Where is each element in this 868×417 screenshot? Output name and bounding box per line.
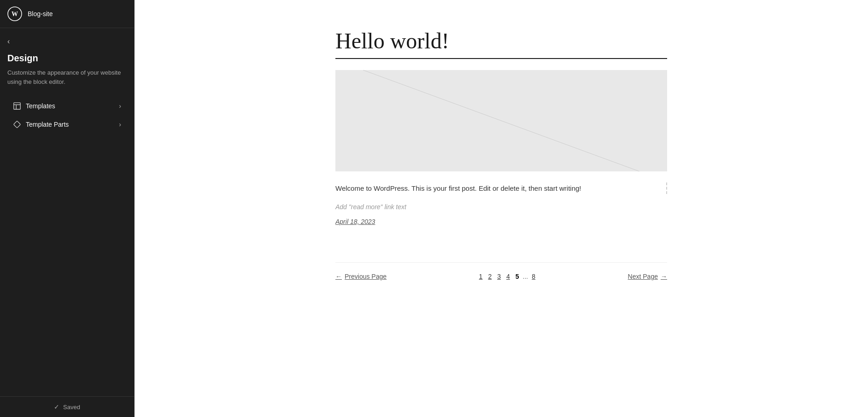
next-page-label: Next Page xyxy=(628,273,658,280)
svg-text:W: W xyxy=(12,11,18,18)
page-num-1[interactable]: 1 xyxy=(477,272,485,281)
page-ellipsis: ... xyxy=(523,273,528,280)
template-parts-chevron-icon: › xyxy=(119,121,121,128)
prev-arrow-icon: ← xyxy=(335,273,342,280)
main-content: Hello world! Welcome to WordPress. This … xyxy=(135,0,868,417)
back-arrow-icon: ‹ xyxy=(7,37,10,46)
sidebar: W Blog-site ‹ Design Customize the appea… xyxy=(0,0,135,417)
site-name: Blog-site xyxy=(28,10,53,18)
featured-image-placeholder xyxy=(335,70,667,171)
next-page-button[interactable]: Next Page → xyxy=(628,273,667,280)
back-button[interactable]: ‹ xyxy=(7,37,127,46)
prev-page-label: Previous Page xyxy=(345,273,387,280)
page-num-5[interactable]: 5 xyxy=(514,272,521,281)
template-parts-label: Template Parts xyxy=(26,121,69,128)
page-num-8[interactable]: 8 xyxy=(530,272,537,281)
svg-rect-5 xyxy=(13,121,20,128)
next-arrow-icon: → xyxy=(661,273,667,280)
page-num-3[interactable]: 3 xyxy=(495,272,503,281)
nav-item-templates[interactable]: Templates › xyxy=(7,97,127,115)
page-num-2[interactable]: 2 xyxy=(486,272,493,281)
page-num-4[interactable]: 4 xyxy=(504,272,512,281)
pagination-numbers: 1 2 3 4 5 ... 8 xyxy=(477,272,537,281)
sidebar-footer: ✓ Saved xyxy=(0,396,134,417)
saved-checkmark-icon: ✓ xyxy=(54,403,59,411)
layout-icon xyxy=(13,102,21,110)
content-area: Hello world! Welcome to WordPress. This … xyxy=(317,0,686,318)
saved-label: Saved xyxy=(63,404,80,411)
read-more-link[interactable]: Add "read more" link text xyxy=(335,203,667,211)
previous-page-button[interactable]: ← Previous Page xyxy=(335,273,387,280)
design-title: Design xyxy=(7,53,127,64)
design-description: Customize the appearance of your website… xyxy=(7,68,127,86)
templates-label: Templates xyxy=(26,102,55,110)
sidebar-header: W Blog-site xyxy=(0,0,134,28)
post-date: April 18, 2023 xyxy=(335,218,667,225)
post-title: Hello world! xyxy=(335,28,667,59)
wordpress-logo: W xyxy=(7,6,22,21)
post-excerpt: Welcome to WordPress. This is your first… xyxy=(335,182,667,194)
nav-item-template-parts[interactable]: Template Parts › xyxy=(7,116,127,133)
diamond-icon xyxy=(13,120,21,129)
svg-rect-2 xyxy=(14,103,20,109)
pagination: ← Previous Page 1 2 3 4 5 ... 8 Next Pag… xyxy=(335,262,667,300)
templates-chevron-icon: › xyxy=(119,102,121,110)
design-section: ‹ Design Customize the appearance of you… xyxy=(0,28,134,396)
